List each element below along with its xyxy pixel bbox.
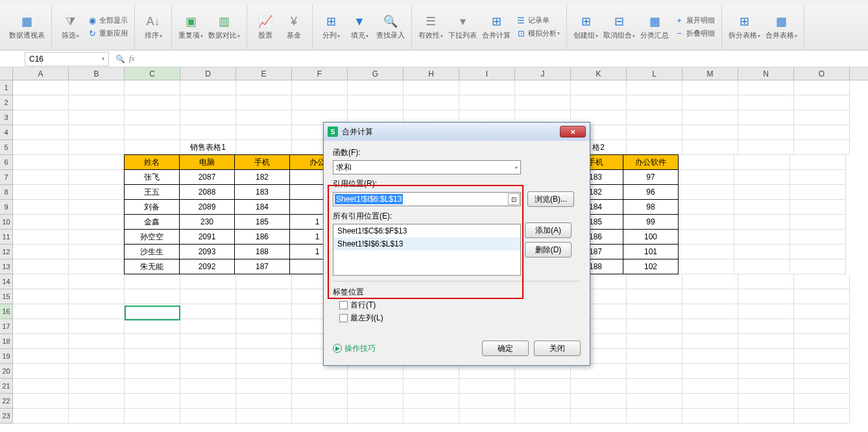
cell[interactable]: [13, 334, 69, 349]
cell[interactable]: [292, 95, 348, 110]
cell[interactable]: [13, 245, 69, 259]
row-header[interactable]: 10: [0, 215, 13, 230]
dropdown-list-button[interactable]: ▾下拉列表: [446, 12, 479, 42]
cell[interactable]: [348, 80, 404, 95]
pivot-table-button[interactable]: ▦ 数据透视表: [6, 12, 47, 42]
cell[interactable]: [571, 80, 627, 95]
cell[interactable]: [515, 379, 571, 394]
cell[interactable]: [794, 80, 850, 95]
cell[interactable]: [125, 125, 180, 140]
subtotal-button[interactable]: ▦分类汇总: [638, 12, 671, 42]
cell[interactable]: [734, 200, 790, 215]
cell[interactable]: [69, 95, 125, 110]
function-combobox[interactable]: 求和▾: [333, 160, 521, 174]
cell[interactable]: [404, 364, 459, 379]
cell[interactable]: [794, 364, 850, 379]
column-header[interactable]: O: [794, 67, 850, 80]
cell[interactable]: [125, 349, 180, 364]
cell[interactable]: 183: [234, 184, 290, 200]
tips-link[interactable]: ▶操作技巧: [333, 343, 376, 354]
cell[interactable]: [125, 334, 180, 349]
cell[interactable]: [13, 349, 69, 364]
list-item[interactable]: Sheet1!$C$6:$F$13: [333, 224, 520, 237]
cell[interactable]: [125, 364, 180, 379]
cell[interactable]: [734, 185, 790, 200]
cell[interactable]: [571, 95, 627, 110]
select-all-corner[interactable]: [0, 67, 13, 80]
cell[interactable]: [236, 349, 292, 364]
cell[interactable]: [125, 394, 180, 409]
cell[interactable]: 2092: [179, 259, 235, 274]
list-item[interactable]: Sheet1!$I$6:$L$13: [333, 237, 520, 250]
cell[interactable]: [236, 409, 292, 424]
cell[interactable]: [682, 364, 738, 379]
cell[interactable]: 沙生生: [124, 244, 180, 259]
row-header[interactable]: 3: [0, 110, 13, 125]
row-header[interactable]: 22: [0, 394, 13, 409]
row-header[interactable]: 14: [0, 274, 13, 289]
row-header[interactable]: 7: [0, 170, 13, 185]
cell[interactable]: 97: [623, 169, 679, 185]
cell[interactable]: [125, 274, 180, 289]
cell[interactable]: [348, 379, 404, 394]
cell[interactable]: 98: [623, 199, 679, 215]
column-header[interactable]: B: [69, 67, 125, 80]
cell[interactable]: [125, 140, 180, 155]
column-header[interactable]: M: [682, 67, 738, 80]
ok-button[interactable]: 确定: [482, 341, 529, 356]
cell[interactable]: [738, 289, 794, 304]
record-form-button[interactable]: ☰记录单: [513, 15, 562, 27]
merge-table-button[interactable]: ▦合并表格▾: [763, 12, 800, 42]
consolidate-button[interactable]: ⊞合并计算: [479, 12, 513, 42]
cell[interactable]: [738, 394, 794, 409]
cell[interactable]: [571, 394, 627, 409]
cell[interactable]: [794, 349, 850, 364]
cell[interactable]: [679, 245, 734, 259]
cell[interactable]: [459, 409, 515, 424]
cell[interactable]: [734, 155, 790, 170]
row-header[interactable]: 13: [0, 259, 13, 274]
cell[interactable]: [790, 170, 846, 185]
column-header[interactable]: H: [404, 67, 459, 80]
cell[interactable]: [571, 409, 627, 424]
cell[interactable]: [734, 245, 790, 259]
cell[interactable]: [682, 140, 738, 155]
cell[interactable]: [682, 409, 738, 424]
cell[interactable]: [794, 289, 850, 304]
cell[interactable]: [13, 170, 69, 185]
cell[interactable]: [404, 409, 459, 424]
add-button[interactable]: 添加(A): [525, 222, 572, 238]
cell[interactable]: [682, 289, 738, 304]
cell[interactable]: [794, 95, 850, 110]
cell[interactable]: [682, 319, 738, 334]
cell[interactable]: [627, 125, 682, 140]
cell[interactable]: [236, 289, 292, 304]
cell[interactable]: [348, 409, 404, 424]
fx-icon[interactable]: fx: [129, 54, 135, 64]
cell[interactable]: [734, 170, 790, 185]
cell[interactable]: [459, 364, 515, 379]
cell[interactable]: [627, 394, 682, 409]
cell[interactable]: [627, 140, 682, 155]
dialog-titlebar[interactable]: S 合并计算 ✕: [324, 123, 590, 141]
cell[interactable]: [13, 155, 69, 170]
cell[interactable]: [69, 274, 125, 289]
top-row-checkbox[interactable]: [339, 301, 348, 309]
cell[interactable]: [180, 379, 236, 394]
row-header[interactable]: 11: [0, 230, 13, 245]
cell[interactable]: [236, 304, 292, 319]
cell[interactable]: [13, 259, 69, 274]
cell[interactable]: [682, 274, 738, 289]
cell[interactable]: [236, 110, 292, 125]
cell[interactable]: 2089: [179, 199, 235, 215]
cell[interactable]: [69, 110, 125, 125]
cell[interactable]: [236, 125, 292, 140]
row-header[interactable]: 5: [0, 140, 13, 155]
cell[interactable]: [69, 80, 125, 95]
cell[interactable]: [679, 200, 734, 215]
cell[interactable]: 182: [234, 169, 290, 185]
cell[interactable]: [738, 364, 794, 379]
cell[interactable]: 张飞: [124, 169, 180, 185]
cell[interactable]: 销售表格1: [180, 140, 236, 155]
cell[interactable]: [627, 110, 682, 125]
